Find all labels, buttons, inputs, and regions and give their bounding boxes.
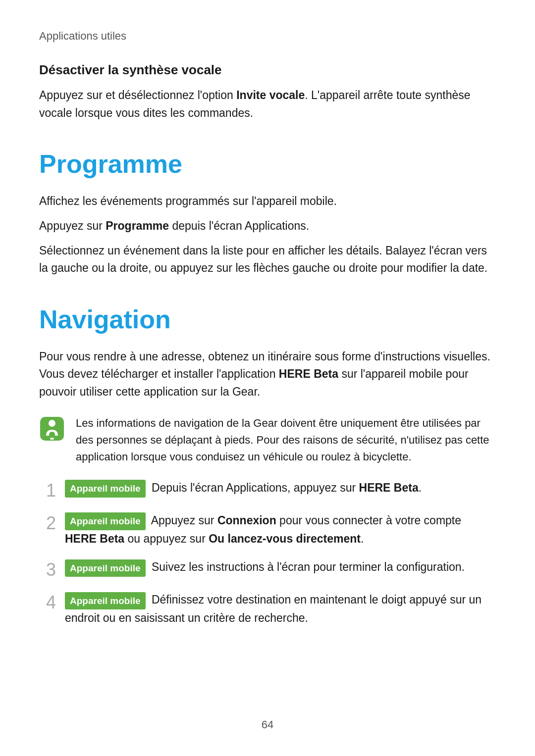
desactiver-section: Désactiver la synthèse vocale Appuyez su… — [39, 62, 496, 122]
programme-para3: Sélectionnez un événement dans la liste … — [39, 242, 496, 277]
notice-text: Les informations de navigation de la Gea… — [76, 415, 496, 465]
page-number: 64 — [262, 718, 273, 731]
step-number-1: 1 — [39, 480, 56, 501]
svg-point-2 — [50, 438, 54, 440]
navigation-section: Navigation Pour vous rendre à une adress… — [39, 304, 496, 627]
notice-icon — [39, 416, 65, 442]
step-content-1: Appareil mobile Depuis l'écran Applicati… — [65, 479, 496, 498]
page: Applications utiles Désactiver la synthè… — [0, 0, 535, 756]
step-list: 1 Appareil mobile Depuis l'écran Applica… — [39, 479, 496, 627]
breadcrumb: Applications utiles — [39, 30, 496, 43]
step-content-3: Appareil mobile Suivez les instructions … — [65, 558, 496, 577]
navigation-heading: Navigation — [39, 304, 496, 334]
badge-mobile-1: Appareil mobile — [65, 480, 146, 497]
step-number-3: 3 — [39, 559, 56, 580]
step-number-2: 2 — [39, 513, 56, 534]
step-content-2: Appareil mobile Appuyez sur Connexion po… — [65, 512, 496, 548]
programme-heading: Programme — [39, 149, 496, 179]
desactiver-subtitle: Désactiver la synthèse vocale — [39, 62, 496, 78]
navigation-para1: Pour vous rendre à une adresse, obtenez … — [39, 348, 496, 401]
programme-section: Programme Affichez les événements progra… — [39, 149, 496, 277]
programme-para2: Appuyez sur Programme depuis l'écran App… — [39, 217, 496, 235]
badge-mobile-2: Appareil mobile — [65, 512, 146, 530]
step-content-4: Appareil mobile Définissez votre destina… — [65, 591, 496, 627]
notice-box: Les informations de navigation de la Gea… — [39, 415, 496, 465]
step-item: 4 Appareil mobile Définissez votre desti… — [39, 591, 496, 627]
badge-mobile-3: Appareil mobile — [65, 559, 146, 577]
step-number-4: 4 — [39, 592, 56, 613]
step-item: 2 Appareil mobile Appuyez sur Connexion … — [39, 512, 496, 548]
step-item: 3 Appareil mobile Suivez les instruction… — [39, 558, 496, 580]
programme-para1: Affichez les événements programmés sur l… — [39, 193, 496, 210]
step-item: 1 Appareil mobile Depuis l'écran Applica… — [39, 479, 496, 501]
svg-point-1 — [49, 420, 55, 427]
desactiver-text: Appuyez sur et désélectionnez l'option I… — [39, 87, 496, 122]
badge-mobile-4: Appareil mobile — [65, 592, 146, 609]
